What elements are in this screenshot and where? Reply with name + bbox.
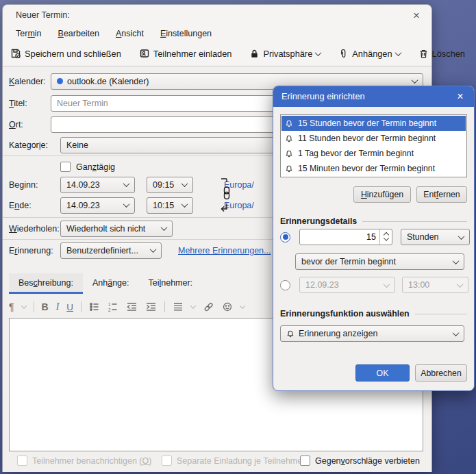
close-icon[interactable]: × [452, 88, 468, 105]
disallow-counter-checkbox-row[interactable]: Gegenvorschläge verbieten [300, 456, 420, 466]
offset-value-input[interactable] [300, 229, 379, 245]
allday-checkbox[interactable] [60, 162, 71, 172]
chevron-down-icon [412, 77, 418, 84]
dialog-title: Erinnerung einrichten [281, 91, 365, 101]
separator [34, 301, 34, 312]
indent-button[interactable] [145, 301, 157, 312]
tab-teilnehmer[interactable]: Teilnehmer: [138, 273, 202, 294]
chevron-down-icon [384, 281, 390, 288]
category-label: Kategorie: [9, 140, 60, 150]
align-button[interactable] [173, 301, 184, 312]
absolute-date-select[interactable]: 12.09.23 [299, 277, 395, 293]
chevron-down-icon [181, 180, 188, 187]
numbered-list-button[interactable]: 1 2 [108, 301, 118, 312]
list-item[interactable]: 15 Minuten bevor der Termin beginnt [281, 161, 466, 176]
offset-unit-select[interactable]: Stunden [401, 229, 470, 245]
notify-attendees-checkbox [17, 456, 27, 466]
ok-button[interactable]: OK [355, 364, 410, 382]
menu-ansicht[interactable]: Ansicht [116, 29, 144, 38]
reminder-dialog: Erinnerung einrichten × 15 Stunden bevor… [273, 86, 475, 391]
bell-icon [285, 134, 293, 143]
menu-termin[interactable]: Termin [16, 29, 42, 38]
disallow-counter-checkbox[interactable] [300, 456, 310, 466]
start-date-select[interactable]: 14.09.23 [60, 177, 135, 193]
tab-anhaenge[interactable]: Anhänge: [83, 273, 139, 294]
bell-icon [285, 149, 293, 158]
save-and-close-button[interactable]: Speichern und schließen [10, 48, 121, 59]
attach-menu-button[interactable]: Anhängen [338, 49, 400, 59]
reminder-list[interactable]: 15 Stunden bevor der Termin beginnt 11 S… [280, 114, 467, 177]
list-item[interactable]: 1 Tag bevor der Termin beginnt [281, 146, 466, 161]
menu-bearbeiten[interactable]: Bearbeiten [58, 29, 99, 38]
notify-attendees-checkbox-row: Teilnehmer benachrichtigen (O) [17, 456, 151, 466]
underline-button[interactable]: U [66, 302, 73, 312]
stepper-icon[interactable] [379, 229, 392, 245]
bullet-list-button[interactable] [89, 301, 100, 312]
relative-reminder-row: Stunden [280, 229, 470, 245]
relation-select[interactable]: bevor der Termin beginnt [295, 253, 464, 270]
end-date-select[interactable]: 14.09.23 [60, 197, 135, 214]
repeat-select[interactable]: Wiederholt sich nicht [60, 221, 173, 237]
details-legend: Erinnerungsdetails [280, 216, 467, 226]
reminder-action-select[interactable]: Erinnerung anzeigen [280, 325, 464, 342]
start-time-select[interactable]: 09:15 [147, 177, 193, 193]
cancel-button[interactable]: Abbrechen [415, 364, 467, 382]
chevron-down-icon[interactable] [240, 303, 245, 308]
invite-attendees-button[interactable]: Teilnehmer einladen [139, 48, 232, 59]
lock-icon [249, 49, 260, 59]
add-button[interactable]: Hinzufügen [353, 186, 411, 203]
multiple-reminders-link[interactable]: Mehrere Erinnerungen... [178, 246, 271, 255]
close-icon[interactable]: × [408, 8, 425, 24]
outdent-button[interactable] [126, 301, 138, 312]
start-label: Beginn: [9, 180, 60, 190]
save-icon [10, 48, 21, 59]
delete-button[interactable]: Löschen [418, 49, 465, 59]
chevron-down-icon [150, 246, 157, 253]
absolute-reminder-row: 12.09.23 13:00 [280, 277, 468, 293]
insert-link-button[interactable] [203, 301, 214, 312]
chevron-down-icon [457, 281, 464, 288]
bold-button[interactable]: B [42, 301, 49, 312]
chevron-down-icon [181, 201, 188, 208]
reminder-select[interactable]: Benutzerdefiniert... [60, 242, 162, 259]
chevron-down-icon [453, 329, 460, 336]
calendar-label: Kalender: [9, 77, 51, 86]
paragraph-style-button[interactable]: ¶ [9, 301, 14, 312]
chevron-down-icon [123, 201, 130, 208]
separator [164, 301, 165, 312]
chevron-down-icon [394, 49, 401, 56]
italic-button[interactable]: I [56, 301, 60, 312]
list-item[interactable]: 11 Stunden bevor der Termin beginnt [281, 131, 466, 146]
chevron-down-icon [458, 233, 465, 240]
window-title: Neuer Termin: [16, 10, 70, 20]
desktop-background: Neuer Termin: × Termin Bearbeiten Ansich… [0, 0, 476, 474]
chevron-down-icon [315, 49, 322, 56]
absolute-radio[interactable] [280, 280, 290, 290]
bell-icon [285, 119, 293, 128]
relative-radio[interactable] [280, 232, 290, 242]
end-label: Ende: [9, 201, 60, 210]
absolute-time-select[interactable]: 13:00 [402, 277, 468, 293]
offset-value-field[interactable] [299, 229, 392, 245]
link-start-end-icon [218, 176, 231, 214]
list-item[interactable]: 15 Stunden bevor der Termin beginnt [281, 116, 466, 131]
chevron-down-icon[interactable] [190, 303, 196, 308]
chevron-down-icon [123, 180, 130, 187]
privacy-menu-button[interactable]: Privatsphäre [249, 49, 321, 59]
dialog-titlebar: Erinnerung einrichten × [273, 86, 474, 107]
menu-einstellungen[interactable]: Einstellungen [160, 29, 212, 38]
separate-invitation-checkbox [162, 456, 172, 466]
menu-bar: Termin Bearbeiten Ansicht Einstellungen [3, 25, 431, 41]
allday-label: Ganztägig [76, 162, 115, 172]
remove-button[interactable]: Entfernen [416, 186, 467, 203]
separator [81, 301, 82, 312]
smiley-button[interactable] [222, 301, 233, 312]
toolbar: Speichern und schließen Teilnehmer einla… [3, 41, 431, 66]
end-time-select[interactable]: 10:15 [147, 197, 193, 214]
action-legend: Erinnerungsfunktion auswählen [280, 309, 467, 319]
chevron-down-icon[interactable] [21, 303, 26, 308]
paperclip-icon [338, 49, 349, 59]
title-label: Titel: [9, 99, 51, 108]
location-label: Ort: [9, 120, 51, 129]
tab-beschreibung[interactable]: Beschreibung: [9, 273, 83, 294]
